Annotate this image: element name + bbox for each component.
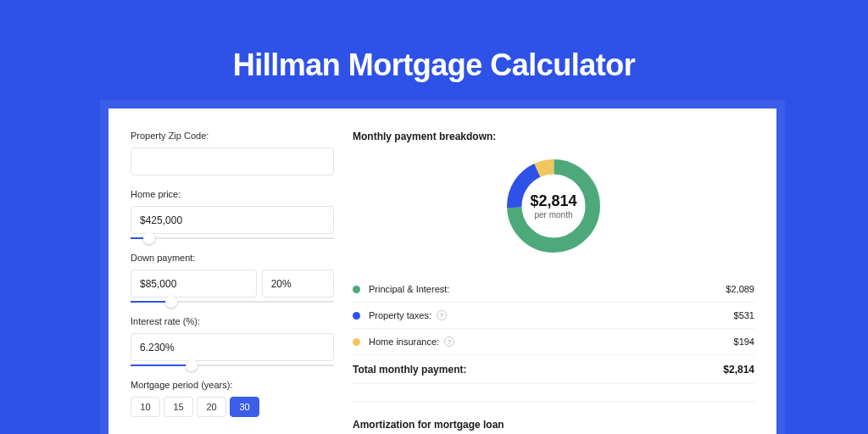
rate-slider[interactable] [131,364,334,366]
total-value: $2,814 [723,364,754,376]
amort-section: Amortization for mortgage loan Amortizat… [353,401,754,434]
donut-amount: $2,814 [530,192,576,210]
period-option-20[interactable]: 20 [197,397,226,417]
zip-input[interactable] [131,147,334,175]
price-label: Home price: [131,189,334,199]
breakdown-heading: Monthly payment breakdown: [353,131,754,142]
down-percent-input[interactable] [262,270,334,298]
legend-label-pi: Principal & Interest: [369,284,449,294]
legend-row-tax: Property taxes: ? $531 [353,303,754,329]
price-block: Home price: [131,189,334,239]
legend-label-tax: Property taxes: [369,310,431,320]
down-slider-thumb[interactable] [165,296,177,308]
donut-chart: $2,814 per month [502,154,605,258]
zip-block: Property Zip Code: [131,131,334,175]
zip-label: Property Zip Code: [131,131,334,141]
breakdown-panel: Monthly payment breakdown: $2,814 per mo… [353,131,754,434]
period-options: 10 15 20 30 [131,397,334,417]
rate-input[interactable] [131,333,334,361]
price-slider-thumb[interactable] [143,232,155,244]
period-option-10[interactable]: 10 [131,397,160,417]
period-label: Mortgage period (years): [131,380,334,390]
down-slider[interactable] [131,301,334,303]
price-input[interactable] [131,206,334,234]
dot-tax [353,312,360,320]
dot-pi [353,286,360,293]
rate-slider-fill [131,364,192,366]
legend-row-ins: Home insurance: ? $194 [353,329,754,355]
info-icon[interactable]: ? [437,310,447,320]
page-title: Hillman Mortgage Calculator [0,0,868,83]
legend-row-pi: Principal & Interest: $2,089 [353,276,754,303]
legend-value-ins: $194 [734,337,754,347]
period-option-15[interactable]: 15 [164,397,193,417]
period-option-30[interactable]: 30 [230,397,259,417]
inputs-panel: Property Zip Code: Home price: Down paym… [131,131,334,434]
legend-value-tax: $531 [734,310,754,320]
legend-label-ins: Home insurance: [369,337,439,347]
calculator-card: Property Zip Code: Home price: Down paym… [108,108,776,434]
rate-slider-thumb[interactable] [186,359,198,371]
amort-heading: Amortization for mortgage loan [353,419,754,431]
price-slider[interactable] [131,237,334,239]
legend-row-total: Total monthly payment: $2,814 [353,355,754,384]
donut-chart-wrap: $2,814 per month [353,154,754,258]
dot-ins [353,338,360,346]
legend-value-pi: $2,089 [726,284,754,294]
rate-block: Interest rate (%): [131,316,334,366]
down-block: Down payment: [131,253,334,303]
donut-sub: per month [534,210,572,220]
rate-label: Interest rate (%): [131,316,334,326]
down-label: Down payment: [131,253,334,263]
total-label: Total monthly payment: [353,364,466,376]
down-amount-input[interactable] [131,270,257,298]
info-icon[interactable]: ? [444,337,454,347]
period-block: Mortgage period (years): 10 15 20 30 [131,380,334,417]
